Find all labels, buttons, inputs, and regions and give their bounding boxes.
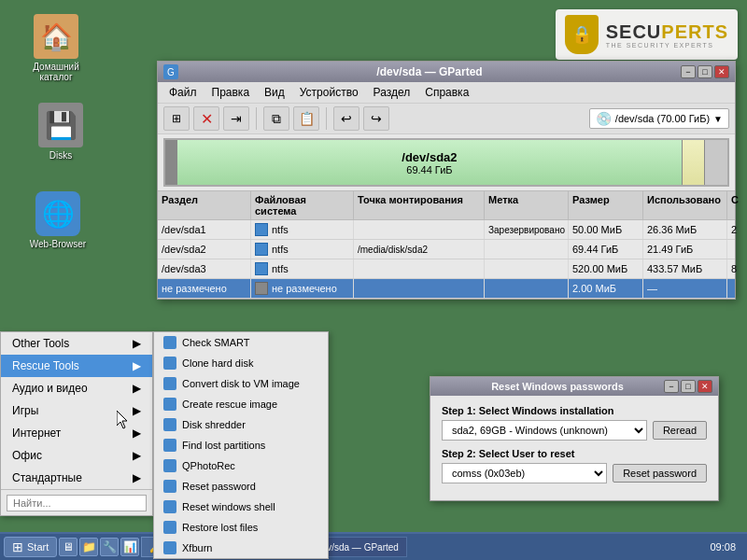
games-label: Игры <box>12 404 38 417</box>
reread-button[interactable]: Reread <box>653 421 707 440</box>
browser-icon: 🌐 <box>35 191 80 236</box>
reset-password-label: Reset password <box>182 481 256 492</box>
cell-size: 50.00 МиБ <box>569 220 643 239</box>
gparted-title: /dev/sda — GParted <box>178 65 681 78</box>
move-button[interactable]: ⇥ <box>223 106 249 131</box>
pv-sda3 <box>683 140 705 185</box>
cell-label: Зарезервировано системой <box>485 220 569 239</box>
secuperts-logo: 🔒 SECUPERTS THE SECURITY EXPERTS <box>556 9 738 60</box>
close-button[interactable]: ✕ <box>714 65 729 78</box>
submenu-reset-password[interactable]: Reset password <box>154 476 328 497</box>
table-row[interactable]: не размечено не размечено 2.00 МиБ — <box>158 279 735 299</box>
dialog-maximize[interactable]: □ <box>681 380 696 393</box>
cell-used: 21.49 ГиБ <box>643 240 727 259</box>
submenu-reset-windows-shell[interactable]: Reset windows shell <box>154 497 328 517</box>
submenu-disk-shredder[interactable]: Disk shredder <box>154 414 328 435</box>
cell-size: 520.00 МиБ <box>569 259 643 278</box>
icon-home[interactable]: 🏠 Домашнийкаталог <box>19 14 93 82</box>
new-partition-button[interactable]: ⊞ <box>163 106 190 131</box>
icon-browser[interactable]: 🌐 Web-Browser <box>21 191 95 249</box>
taskbar-icon-4[interactable]: 📊 <box>120 538 139 556</box>
table-header: Раздел Файловая система Точка монтирован… <box>158 190 735 220</box>
browser-label: Web-Browser <box>30 239 86 249</box>
reset-dialog-titlebar: Reset Windows passwords − □ ✕ <box>430 377 718 396</box>
header-size: Размер <box>569 191 643 219</box>
step2-row: comss (0x03eb) Reset password <box>442 463 707 483</box>
pv-sda2: /dev/sda2 69.44 ГиБ <box>176 140 683 185</box>
step1-row: sda2, 69GB - Windows (unknown) Reread <box>442 420 707 441</box>
menu-partition[interactable]: Раздел <box>366 84 418 101</box>
cell-label <box>485 279 569 298</box>
submenu-convert-vm[interactable]: Convert disk to VM image <box>154 373 328 394</box>
secuperts-text: SECUPERTS THE SECURITY EXPERTS <box>606 21 728 49</box>
search-input[interactable] <box>7 495 147 511</box>
header-fs: Файловая система <box>251 191 354 219</box>
redo-button[interactable]: ↪ <box>363 106 389 131</box>
cell-used: 433.57 МиБ <box>643 259 727 278</box>
table-row[interactable]: /dev/sda3 ntfs 520.00 МиБ 433.57 МиБ 8 <box>158 259 735 279</box>
gparted-menubar: Файл Правка Вид Устройство Раздел Справк… <box>158 82 735 104</box>
maximize-button[interactable]: □ <box>698 65 712 78</box>
minimize-button[interactable]: − <box>681 65 696 78</box>
menu-device[interactable]: Устройство <box>292 84 366 101</box>
start-button[interactable]: ⊞ Start <box>4 537 57 557</box>
start-label: Start <box>27 541 49 553</box>
table-row[interactable]: /dev/sda2 ntfs /media/disk/sda2 69.44 Ги… <box>158 240 735 259</box>
submenu-find-partitions[interactable]: Find lost partitions <box>154 435 328 455</box>
disk-icon-small: 💿 <box>596 111 612 126</box>
arrow-right-icon: ▶ <box>133 337 141 350</box>
dialog-minimize[interactable]: − <box>664 380 679 393</box>
table-row[interactable]: /dev/sda1 ntfs Зарезервировано системой … <box>158 220 735 240</box>
menu-edit[interactable]: Правка <box>204 84 258 101</box>
paste-button[interactable]: 📋 <box>293 106 319 131</box>
menu-other-tools[interactable]: Other Tools ▶ <box>1 332 152 355</box>
menu-help[interactable]: Справка <box>417 84 476 101</box>
reset-password-button[interactable]: Reset password <box>613 464 707 483</box>
desktop: 🔒 SECUPERTS THE SECURITY EXPERTS 🏠 Домаш… <box>0 0 747 560</box>
menu-file[interactable]: Файл <box>162 84 204 101</box>
disk-icon: 💾 <box>38 103 83 147</box>
menu-standard[interactable]: Стандартные ▶ <box>1 467 152 489</box>
copy-button[interactable]: ⧉ <box>263 106 289 131</box>
cell-fs: ntfs <box>251 240 354 259</box>
cell-fs: не размечено <box>251 279 354 298</box>
disk-selector[interactable]: 💿 /dev/sda (70.00 ГиБ) ▼ <box>589 108 729 129</box>
menu-rescue-tools[interactable]: Rescue Tools ▶ <box>1 355 152 377</box>
qphotorec-icon <box>163 459 176 472</box>
cell-label <box>485 240 569 259</box>
taskbar-icon-1[interactable]: 🖥 <box>59 538 78 556</box>
toolbar-separator2 <box>326 107 327 130</box>
user-select[interactable]: comss (0x03eb) <box>442 463 607 483</box>
submenu-restore-files[interactable]: Restore lost files <box>154 517 328 538</box>
menu-office[interactable]: Офис ▶ <box>1 444 152 467</box>
delete-button[interactable]: ✕ <box>193 106 219 131</box>
cell-mount <box>354 279 485 298</box>
dialog-close[interactable]: ✕ <box>698 380 712 393</box>
cell-partition: /dev/sda2 <box>158 240 251 259</box>
cell-partition: /dev/sda3 <box>158 259 251 278</box>
toolbar-separator <box>256 107 257 130</box>
submenu-create-rescue[interactable]: Create rescue image <box>154 394 328 414</box>
arrow-right-icon: ▶ <box>133 427 141 440</box>
submenu-clone-disk[interactable]: Clone hard disk <box>154 353 328 373</box>
undo-button[interactable]: ↩ <box>333 106 359 131</box>
icon-disks[interactable]: 💾 Disks <box>23 103 98 161</box>
reset-windows-shell-icon <box>163 500 176 513</box>
submenu-qphotorec[interactable]: QPhotoRec <box>154 455 328 476</box>
cell-fs: ntfs <box>251 259 354 278</box>
ntfs-icon2 <box>255 243 268 256</box>
disk-label: /dev/sda (70.00 ГиБ) <box>615 113 710 124</box>
menu-games[interactable]: Игры ▶ <box>1 399 152 422</box>
taskbar-icon-3[interactable]: 🔧 <box>100 538 119 556</box>
disk-shredder-icon <box>163 418 176 431</box>
step1: Step 1: Select Windows installation sda2… <box>442 405 707 441</box>
menu-view[interactable]: Вид <box>257 84 292 101</box>
cell-partition: /dev/sda1 <box>158 220 251 239</box>
menu-internet[interactable]: Интернет ▶ <box>1 422 152 444</box>
windows-installation-select[interactable]: sda2, 69GB - Windows (unknown) <box>442 420 647 441</box>
menu-audio-video[interactable]: Аудио и видео ▶ <box>1 377 152 399</box>
submenu-xfburn[interactable]: Xfburn <box>154 538 328 558</box>
submenu-check-smart[interactable]: Check SMART <box>154 332 328 353</box>
window-controls: − □ ✕ <box>681 65 729 78</box>
taskbar-icon-2[interactable]: 📁 <box>79 538 98 556</box>
